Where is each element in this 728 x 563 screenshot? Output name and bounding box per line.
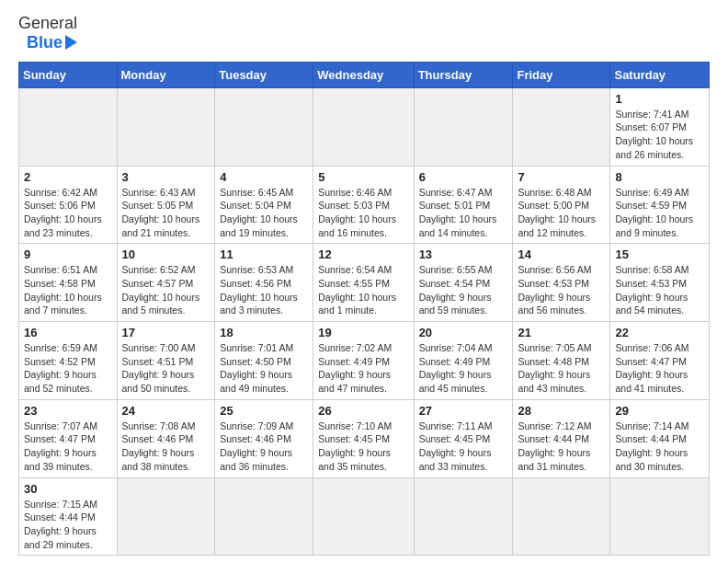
calendar-day-cell: 8Sunrise: 6:49 AM Sunset: 4:59 PM Daylig… bbox=[610, 166, 710, 244]
day-number: 2 bbox=[24, 170, 112, 184]
day-number: 7 bbox=[518, 170, 605, 184]
day-info: Sunrise: 6:54 AM Sunset: 4:55 PM Dayligh… bbox=[318, 263, 408, 317]
day-info: Sunrise: 7:06 AM Sunset: 4:47 PM Dayligh… bbox=[615, 341, 704, 396]
calendar-day-header: Saturday bbox=[610, 62, 710, 87]
day-info: Sunrise: 6:48 AM Sunset: 5:00 PM Dayligh… bbox=[518, 186, 605, 240]
day-number: 6 bbox=[419, 170, 508, 184]
calendar-day-cell bbox=[19, 87, 118, 166]
day-info: Sunrise: 6:58 AM Sunset: 4:53 PM Dayligh… bbox=[615, 263, 704, 317]
calendar-day-cell: 10Sunrise: 6:52 AM Sunset: 4:57 PM Dayli… bbox=[117, 244, 215, 322]
calendar-day-cell bbox=[513, 87, 610, 166]
calendar-day-cell: 9Sunrise: 6:51 AM Sunset: 4:58 PM Daylig… bbox=[19, 244, 118, 322]
day-number: 18 bbox=[220, 326, 308, 339]
calendar-day-header: Sunday bbox=[19, 62, 118, 87]
day-number: 16 bbox=[24, 326, 112, 339]
day-info: Sunrise: 6:55 AM Sunset: 4:54 PM Dayligh… bbox=[419, 263, 508, 317]
calendar-day-cell: 26Sunrise: 7:10 AM Sunset: 4:45 PM Dayli… bbox=[313, 399, 414, 477]
day-info: Sunrise: 6:56 AM Sunset: 4:53 PM Dayligh… bbox=[518, 263, 605, 317]
calendar-day-cell: 25Sunrise: 7:09 AM Sunset: 4:46 PM Dayli… bbox=[215, 399, 313, 477]
calendar-week-row: 9Sunrise: 6:51 AM Sunset: 4:58 PM Daylig… bbox=[19, 244, 710, 322]
day-info: Sunrise: 6:49 AM Sunset: 4:59 PM Dayligh… bbox=[615, 186, 704, 240]
calendar-day-cell: 11Sunrise: 6:53 AM Sunset: 4:56 PM Dayli… bbox=[215, 244, 313, 322]
calendar-day-cell bbox=[313, 477, 414, 556]
day-number: 8 bbox=[615, 170, 704, 184]
day-number: 27 bbox=[419, 404, 508, 418]
calendar-day-cell bbox=[610, 477, 710, 556]
calendar-week-row: 16Sunrise: 6:59 AM Sunset: 4:52 PM Dayli… bbox=[19, 322, 710, 400]
day-number: 4 bbox=[220, 170, 308, 184]
calendar-day-cell bbox=[117, 477, 215, 556]
logo: General Blue bbox=[18, 15, 77, 52]
calendar-day-cell: 30Sunrise: 7:15 AM Sunset: 4:44 PM Dayli… bbox=[19, 477, 118, 556]
day-info: Sunrise: 6:47 AM Sunset: 5:01 PM Dayligh… bbox=[419, 186, 508, 240]
calendar-day-cell: 6Sunrise: 6:47 AM Sunset: 5:01 PM Daylig… bbox=[414, 166, 513, 244]
calendar-day-cell bbox=[414, 87, 513, 166]
day-info: Sunrise: 7:07 AM Sunset: 4:47 PM Dayligh… bbox=[24, 419, 112, 474]
day-number: 3 bbox=[122, 170, 210, 184]
calendar-day-cell: 21Sunrise: 7:05 AM Sunset: 4:48 PM Dayli… bbox=[513, 322, 610, 400]
calendar-day-cell: 3Sunrise: 6:43 AM Sunset: 5:05 PM Daylig… bbox=[117, 166, 215, 244]
day-info: Sunrise: 6:53 AM Sunset: 4:56 PM Dayligh… bbox=[220, 263, 308, 317]
calendar-day-cell: 23Sunrise: 7:07 AM Sunset: 4:47 PM Dayli… bbox=[19, 399, 118, 477]
calendar-day-cell: 5Sunrise: 6:46 AM Sunset: 5:03 PM Daylig… bbox=[313, 166, 414, 244]
day-info: Sunrise: 7:00 AM Sunset: 4:51 PM Dayligh… bbox=[122, 341, 210, 396]
calendar-day-cell: 28Sunrise: 7:12 AM Sunset: 4:44 PM Dayli… bbox=[513, 399, 610, 477]
day-info: Sunrise: 7:01 AM Sunset: 4:50 PM Dayligh… bbox=[220, 341, 308, 396]
day-number: 28 bbox=[518, 404, 605, 418]
day-info: Sunrise: 6:52 AM Sunset: 4:57 PM Dayligh… bbox=[122, 263, 210, 317]
day-info: Sunrise: 6:51 AM Sunset: 4:58 PM Dayligh… bbox=[24, 263, 112, 317]
calendar-day-cell: 29Sunrise: 7:14 AM Sunset: 4:44 PM Dayli… bbox=[610, 399, 710, 477]
day-number: 24 bbox=[122, 404, 210, 418]
day-number: 9 bbox=[24, 247, 112, 261]
calendar-week-row: 30Sunrise: 7:15 AM Sunset: 4:44 PM Dayli… bbox=[19, 477, 710, 556]
day-number: 20 bbox=[419, 326, 508, 339]
page: General Blue SundayMondayTuesdayWednesda… bbox=[0, 0, 728, 563]
calendar-day-cell: 1Sunrise: 7:41 AM Sunset: 6:07 PM Daylig… bbox=[610, 87, 710, 166]
day-number: 17 bbox=[122, 326, 210, 339]
day-number: 13 bbox=[419, 247, 508, 261]
day-info: Sunrise: 7:14 AM Sunset: 4:44 PM Dayligh… bbox=[615, 419, 704, 474]
day-number: 12 bbox=[318, 247, 408, 261]
calendar-day-cell bbox=[513, 477, 610, 556]
day-number: 26 bbox=[318, 404, 408, 418]
calendar-day-cell: 2Sunrise: 6:42 AM Sunset: 5:06 PM Daylig… bbox=[19, 166, 118, 244]
day-number: 23 bbox=[24, 404, 112, 418]
day-info: Sunrise: 7:12 AM Sunset: 4:44 PM Dayligh… bbox=[518, 419, 605, 474]
calendar-day-cell: 12Sunrise: 6:54 AM Sunset: 4:55 PM Dayli… bbox=[313, 244, 414, 322]
day-info: Sunrise: 7:04 AM Sunset: 4:49 PM Dayligh… bbox=[419, 341, 508, 396]
calendar-day-header: Tuesday bbox=[215, 62, 313, 87]
calendar-day-cell bbox=[215, 477, 313, 556]
day-info: Sunrise: 6:43 AM Sunset: 5:05 PM Dayligh… bbox=[122, 186, 210, 240]
day-number: 22 bbox=[615, 326, 704, 339]
calendar-day-cell: 7Sunrise: 6:48 AM Sunset: 5:00 PM Daylig… bbox=[513, 166, 610, 244]
day-number: 11 bbox=[220, 247, 308, 261]
logo-triangle-icon bbox=[65, 35, 77, 50]
day-number: 1 bbox=[615, 92, 704, 106]
day-info: Sunrise: 7:10 AM Sunset: 4:45 PM Dayligh… bbox=[318, 419, 408, 474]
day-number: 15 bbox=[615, 247, 704, 261]
day-number: 14 bbox=[518, 247, 605, 261]
day-info: Sunrise: 6:45 AM Sunset: 5:04 PM Dayligh… bbox=[220, 186, 308, 240]
calendar-day-cell bbox=[414, 477, 513, 556]
day-info: Sunrise: 7:09 AM Sunset: 4:46 PM Dayligh… bbox=[220, 419, 308, 474]
calendar-week-row: 23Sunrise: 7:07 AM Sunset: 4:47 PM Dayli… bbox=[19, 399, 710, 477]
day-number: 5 bbox=[318, 170, 408, 184]
calendar-day-cell: 27Sunrise: 7:11 AM Sunset: 4:45 PM Dayli… bbox=[414, 399, 513, 477]
calendar-week-row: 2Sunrise: 6:42 AM Sunset: 5:06 PM Daylig… bbox=[19, 166, 710, 244]
calendar-day-cell: 18Sunrise: 7:01 AM Sunset: 4:50 PM Dayli… bbox=[215, 322, 313, 400]
header: General Blue bbox=[18, 15, 710, 52]
calendar-day-header: Monday bbox=[117, 62, 215, 87]
calendar-day-cell: 22Sunrise: 7:06 AM Sunset: 4:47 PM Dayli… bbox=[610, 322, 710, 400]
logo-general: General bbox=[18, 14, 77, 32]
calendar-day-cell: 15Sunrise: 6:58 AM Sunset: 4:53 PM Dayli… bbox=[610, 244, 710, 322]
day-number: 30 bbox=[24, 482, 112, 496]
calendar-day-cell: 13Sunrise: 6:55 AM Sunset: 4:54 PM Dayli… bbox=[414, 244, 513, 322]
day-number: 19 bbox=[318, 326, 408, 339]
calendar-day-cell: 19Sunrise: 7:02 AM Sunset: 4:49 PM Dayli… bbox=[313, 322, 414, 400]
calendar-day-cell: 24Sunrise: 7:08 AM Sunset: 4:46 PM Dayli… bbox=[117, 399, 215, 477]
day-number: 21 bbox=[518, 326, 605, 339]
day-info: Sunrise: 6:59 AM Sunset: 4:52 PM Dayligh… bbox=[24, 341, 112, 396]
day-info: Sunrise: 6:42 AM Sunset: 5:06 PM Dayligh… bbox=[24, 186, 112, 240]
calendar-day-cell: 17Sunrise: 7:00 AM Sunset: 4:51 PM Dayli… bbox=[117, 322, 215, 400]
day-info: Sunrise: 6:46 AM Sunset: 5:03 PM Dayligh… bbox=[318, 186, 408, 240]
